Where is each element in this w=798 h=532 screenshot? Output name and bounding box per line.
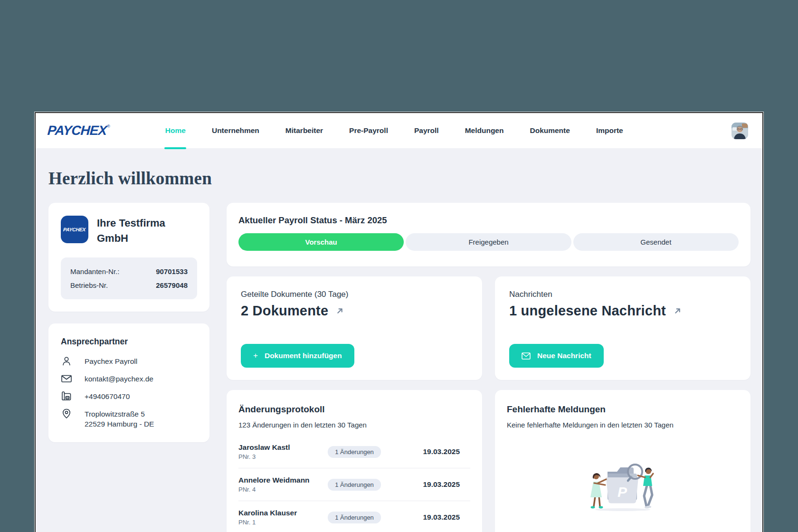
nav-item-payroll[interactable]: Payroll bbox=[414, 113, 439, 148]
new-message-button[interactable]: Neue Nachricht bbox=[509, 344, 604, 368]
changelog-title: Änderungsprotokoll bbox=[238, 404, 470, 415]
employee-name: Annelore Weidmann bbox=[238, 476, 328, 484]
changelog-list: Jaroslaw KastlPNr. 3 1 Änderungen 19.03.… bbox=[238, 436, 470, 532]
contact-address-row: Troplowitzstraße 522529 Hamburg - DE bbox=[61, 408, 197, 429]
change-date: 19.03.2025 bbox=[423, 513, 470, 522]
error-reports-subtitle: Keine fehlerhafte Meldungen in den letzt… bbox=[507, 421, 739, 429]
dashboard-column: Aktueller Payroll Status - März 2025 Vor… bbox=[227, 203, 750, 532]
payroll-status-card: Aktueller Payroll Status - März 2025 Vor… bbox=[227, 203, 750, 266]
change-date: 19.03.2025 bbox=[423, 480, 470, 489]
messages-card: Nachrichten 1 ungelesene Nachricht Neue bbox=[495, 276, 750, 380]
nav-label: Pre-Payroll bbox=[349, 126, 388, 135]
nav-item-meldungen[interactable]: Meldungen bbox=[465, 113, 504, 148]
contact-phone[interactable]: +4940670470 bbox=[85, 390, 130, 401]
address-line-1: Troplowitzstraße 5 bbox=[85, 410, 145, 418]
top-navbar: PAYCHEX ® Home Unternehmen Mitarbeiter P… bbox=[36, 113, 762, 148]
envelope-icon bbox=[522, 352, 531, 360]
empty-state-illustration: P bbox=[585, 456, 661, 515]
nav-item-importe[interactable]: Importe bbox=[596, 113, 623, 148]
active-tab-underline bbox=[164, 147, 186, 149]
nav-item-unternehmen[interactable]: Unternehmen bbox=[212, 113, 259, 148]
status-step-gesendet: Gesendet bbox=[573, 233, 739, 251]
nav-label: Meldungen bbox=[465, 126, 504, 135]
nav-item-home[interactable]: Home bbox=[165, 113, 186, 148]
fax-phone-icon bbox=[61, 390, 72, 402]
changelog-row[interactable]: Jaroslaw KastlPNr. 3 1 Änderungen 19.03.… bbox=[238, 436, 470, 468]
nav-label: Payroll bbox=[414, 126, 439, 135]
employee-pnr: PNr. 4 bbox=[238, 486, 328, 493]
info-label: Betriebs-Nr. bbox=[70, 281, 108, 289]
messages-label: Nachrichten bbox=[509, 290, 736, 299]
changelog-card: Änderungsprotokoll 123 Änderungen in den… bbox=[227, 390, 482, 532]
shared-documents-card: Geteilte Dokumente (30 Tage) 2 Dokumente… bbox=[227, 276, 482, 380]
nav-item-dokumente[interactable]: Dokumente bbox=[530, 113, 570, 148]
unread-messages-count: 1 ungelesene Nachricht bbox=[509, 303, 666, 319]
payroll-status-title: Aktueller Payroll Status - März 2025 bbox=[238, 215, 739, 226]
company-card: PAYCHEX Ihre Testfirma GmbH Mandanten-Nr… bbox=[48, 203, 209, 312]
contact-address: Troplowitzstraße 522529 Hamburg - DE bbox=[85, 408, 154, 429]
user-avatar[interactable] bbox=[732, 123, 748, 139]
nav-label: Mitarbeiter bbox=[285, 126, 323, 135]
company-info-box: Mandanten-Nr.: 90701533 Betriebs-Nr. 265… bbox=[61, 257, 197, 299]
documents-count: 2 Dokumente bbox=[241, 303, 328, 319]
contact-email-row: kontakt@paychex.de bbox=[61, 373, 197, 384]
betriebs-nr-value: 26579048 bbox=[156, 281, 188, 289]
nav-item-mitarbeiter[interactable]: Mitarbeiter bbox=[285, 113, 323, 148]
contact-email[interactable]: kontakt@paychex.de bbox=[85, 373, 153, 384]
add-document-label: Dokument hinzufügen bbox=[265, 352, 342, 360]
change-date: 19.03.2025 bbox=[423, 447, 470, 456]
page-title: Herzlich willkommen bbox=[48, 168, 750, 189]
company-name: Ihre Testfirma GmbH bbox=[97, 216, 197, 246]
arrow-up-right-icon[interactable] bbox=[335, 306, 345, 316]
changes-badge: 1 Änderungen bbox=[328, 479, 381, 491]
nav-label: Unternehmen bbox=[212, 126, 259, 135]
status-step-freigegeben: Freigegeben bbox=[406, 233, 571, 251]
error-reports-title: Fehlerhafte Meldungen bbox=[507, 404, 739, 415]
employee-pnr: PNr. 1 bbox=[238, 519, 328, 526]
contact-card: Ansprechpartner Paychex Payroll bbox=[48, 323, 209, 442]
main-navigation: Home Unternehmen Mitarbeiter Pre-Payroll… bbox=[165, 113, 623, 148]
address-line-2: 22529 Hamburg - DE bbox=[85, 420, 154, 428]
changelog-subtitle: 123 Änderungen in den letzten 30 Tagen bbox=[238, 421, 470, 429]
contact-phone-row: +4940670470 bbox=[61, 390, 197, 402]
add-document-button[interactable]: + Dokument hinzufügen bbox=[241, 344, 354, 368]
nav-label: Home bbox=[165, 126, 186, 135]
shared-documents-label: Geteilte Dokumente (30 Tage) bbox=[241, 290, 468, 299]
changelog-row[interactable]: Karolina KlauserPNr. 1 1 Änderungen 19.0… bbox=[238, 501, 470, 532]
brand-wordmark: PAYCHEX bbox=[47, 123, 107, 138]
changelog-row[interactable]: Annelore WeidmannPNr. 4 1 Änderungen 19.… bbox=[238, 468, 470, 501]
contact-card-title: Ansprechpartner bbox=[61, 337, 197, 347]
svg-text:P: P bbox=[618, 484, 627, 500]
company-info-row: Mandanten-Nr.: 90701533 bbox=[70, 265, 188, 278]
error-reports-card: Fehlerhafte Meldungen Keine fehlerhafte … bbox=[495, 390, 750, 532]
status-step-vorschau: Vorschau bbox=[238, 233, 404, 251]
changes-badge: 1 Änderungen bbox=[328, 446, 381, 458]
payroll-status-progress: Vorschau Freigegeben Gesendet bbox=[238, 233, 739, 251]
person-icon bbox=[61, 355, 72, 367]
arrow-up-right-icon[interactable] bbox=[673, 306, 683, 316]
new-message-label: Neue Nachricht bbox=[537, 352, 591, 360]
employee-name: Jaroslaw Kastl bbox=[238, 443, 328, 452]
employee-name: Karolina Klauser bbox=[238, 509, 328, 517]
company-logo-text: PAYCHEX bbox=[63, 227, 86, 232]
registered-mark: ® bbox=[107, 124, 110, 129]
nav-label: Dokumente bbox=[530, 126, 570, 135]
app-window: PAYCHEX ® Home Unternehmen Mitarbeiter P… bbox=[35, 112, 763, 532]
main-content: Herzlich willkommen PAYCHEX Ihre Testfir… bbox=[36, 148, 762, 532]
employee-pnr: PNr. 3 bbox=[238, 453, 328, 460]
contact-name-row: Paychex Payroll bbox=[61, 355, 197, 367]
company-logo: PAYCHEX bbox=[61, 216, 88, 243]
nav-item-pre-payroll[interactable]: Pre-Payroll bbox=[349, 113, 388, 148]
paychex-logo[interactable]: PAYCHEX ® bbox=[48, 123, 110, 138]
nav-label: Importe bbox=[596, 126, 623, 135]
changes-badge: 1 Änderungen bbox=[328, 512, 381, 523]
company-info-row: Betriebs-Nr. 26579048 bbox=[70, 278, 188, 292]
location-pin-icon bbox=[61, 408, 72, 419]
plus-icon: + bbox=[253, 351, 258, 361]
contact-name: Paychex Payroll bbox=[85, 355, 137, 366]
envelope-icon bbox=[61, 373, 72, 384]
mandanten-nr-value: 90701533 bbox=[156, 267, 188, 276]
info-label: Mandanten-Nr.: bbox=[70, 267, 119, 276]
left-sidebar-column: PAYCHEX Ihre Testfirma GmbH Mandanten-Nr… bbox=[48, 203, 209, 442]
